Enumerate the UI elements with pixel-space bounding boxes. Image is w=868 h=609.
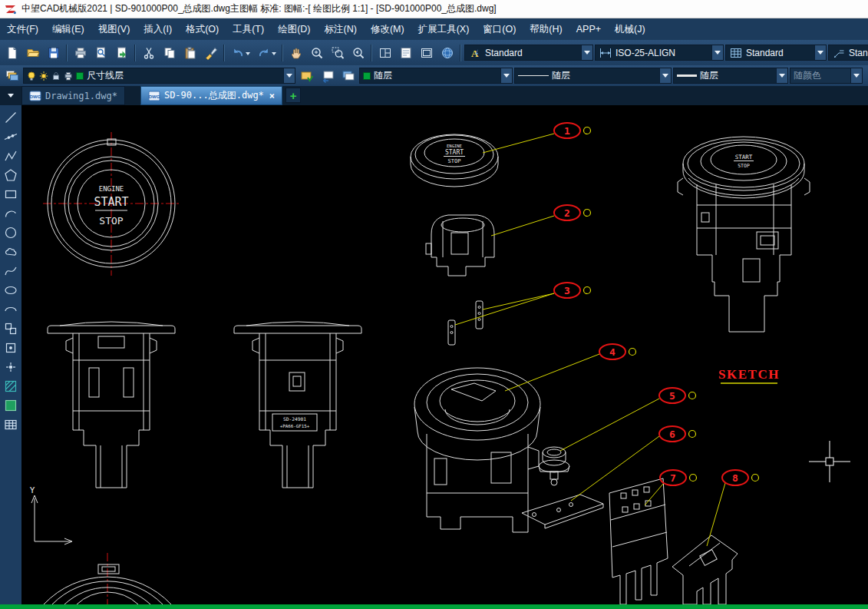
zoom-realtime-button[interactable] [307,43,326,62]
balloon-1-grip[interactable] [584,127,591,134]
table-tool-button[interactable] [2,417,19,432]
save-button[interactable] [44,43,63,62]
menu-dimension[interactable]: 标注(N) [318,18,364,40]
menu-draw[interactable]: 绘图(D) [271,18,317,40]
polygon-tool-button[interactable] [2,167,19,183]
balloon-6[interactable]: 6 [659,426,696,442]
color-select[interactable]: 随层 [359,68,513,84]
linetype-select[interactable]: 随层 [514,68,672,84]
menu-modify[interactable]: 修改(M) [364,18,411,40]
menu-help[interactable]: 帮助(H) [523,18,569,40]
menu-format[interactable]: 格式(O) [179,18,226,40]
dim-style-caret-icon[interactable] [711,45,723,60]
named-views-button[interactable] [396,43,415,62]
terminal-block-part[interactable] [609,478,668,604]
new-tab-button[interactable]: + [285,88,301,103]
insert-block-tool-button[interactable] [2,321,19,336]
undo-button[interactable] [228,43,252,62]
connector-housing-part[interactable] [426,215,494,276]
revcloud-tool-button[interactable] [2,244,19,260]
spline-tool-button[interactable] [2,263,19,279]
dim-style-select[interactable]: ISO-25-ALIGN [595,45,724,61]
rectangle-tool-button[interactable] [2,187,19,202]
balloon-5[interactable]: 5 [659,388,696,403]
ellipse-arc-tool-button[interactable] [2,302,19,317]
line-tool-button[interactable] [2,110,19,125]
layer-states-button[interactable] [338,66,358,85]
plunger-part[interactable] [539,447,569,485]
menu-window[interactable]: 窗口(O) [476,18,523,40]
polyline-tool-button[interactable] [2,148,19,164]
redo-button[interactable] [254,43,279,62]
arc-tool-button[interactable] [2,206,19,221]
paste-button[interactable] [180,43,200,62]
point-tool-button[interactable] [2,359,19,375]
tab-sd90-assembly[interactable]: DWG SD-90...总成图.dwg* × [140,86,282,105]
circle-tool-button[interactable] [2,225,19,240]
sketch-annotation[interactable]: SKETCH [718,367,780,383]
plotstyle-caret-icon[interactable] [850,68,862,83]
cap-part-view[interactable]: ENGINE START STOP [411,134,498,187]
menu-express-tools[interactable]: 扩展工具(X) [411,18,477,40]
mleader-style-select[interactable]: Standa [828,45,868,61]
drawing-canvas[interactable]: ENGINE START STOP ENGINE START [21,105,868,604]
layer-manager-button[interactable] [2,66,21,85]
balloon-2[interactable]: 2 [554,205,591,220]
balloon-4[interactable]: 4 [599,344,636,359]
menu-tools[interactable]: 工具(T) [226,18,271,40]
tab-close-icon[interactable]: × [269,91,275,101]
text-style-select[interactable]: A Standard [464,45,593,61]
bezel-ring-part[interactable] [414,368,540,532]
balloon-8-grip[interactable] [752,475,759,482]
undo-dropdown-caret-icon[interactable] [246,52,250,58]
text-style-caret-icon[interactable] [581,45,592,60]
xline-tool-button[interactable] [2,129,19,144]
menu-edit[interactable]: 编辑(E) [45,18,91,40]
lineweight-select[interactable]: 随层 [673,68,788,84]
balloon-7-grip[interactable] [690,475,697,482]
preview-button[interactable] [91,43,111,62]
menu-app-plus[interactable]: APP+ [569,18,608,40]
open-button[interactable] [23,43,42,62]
balloon-6-grip[interactable] [689,431,696,438]
side-view-outline[interactable] [48,322,175,488]
make-object-layer-current-button[interactable] [297,66,316,85]
menu-mechanical[interactable]: 机械(J) [608,18,652,40]
single-viewport-button[interactable] [417,43,436,62]
menu-file[interactable]: 文件(F) [0,18,45,40]
zoom-previous-button[interactable] [348,43,368,62]
make-block-tool-button[interactable] [2,340,19,356]
balloon-2-grip[interactable] [584,210,591,217]
balloon-5-grip[interactable] [689,392,696,399]
publish-button[interactable] [112,43,131,62]
menu-insert[interactable]: 插入(I) [137,18,179,40]
cut-button[interactable] [139,43,158,62]
copy-button[interactable] [160,43,179,62]
side-view-a-details[interactable] [73,336,150,411]
hatch-tool-button[interactable] [2,379,19,394]
button-face-view[interactable]: ENGINE START STOP [43,132,180,276]
pan-button[interactable] [286,43,305,62]
plot-button[interactable] [71,43,90,62]
table-style-caret-icon[interactable] [814,45,826,60]
balloon-7[interactable]: 7 [660,470,697,485]
balloon-3-grip[interactable] [584,287,591,294]
ellipse-tool-button[interactable] [2,283,19,298]
color-caret-icon[interactable] [500,68,512,83]
balloon-3[interactable]: 3 [554,283,591,298]
gradient-tool-button[interactable] [2,398,19,413]
redo-dropdown-caret-icon[interactable] [272,52,276,58]
lineweight-caret-icon[interactable] [776,68,787,83]
balloon-4-grip[interactable] [629,349,636,356]
bracket-plate-part[interactable] [672,535,738,604]
match-properties-button[interactable] [201,43,220,62]
render-button[interactable] [437,43,457,62]
plotstyle-select[interactable]: 随颜色 [790,68,863,84]
zoom-window-button[interactable] [328,43,347,62]
new-button[interactable] [2,43,21,62]
table-style-select[interactable]: Standard [725,45,827,61]
tab-list-button[interactable] [3,86,18,105]
balloon-8[interactable]: 8 [722,470,759,485]
balloon-1[interactable]: 1 [554,123,591,138]
layer-select[interactable]: 尺寸线层 [23,68,295,84]
